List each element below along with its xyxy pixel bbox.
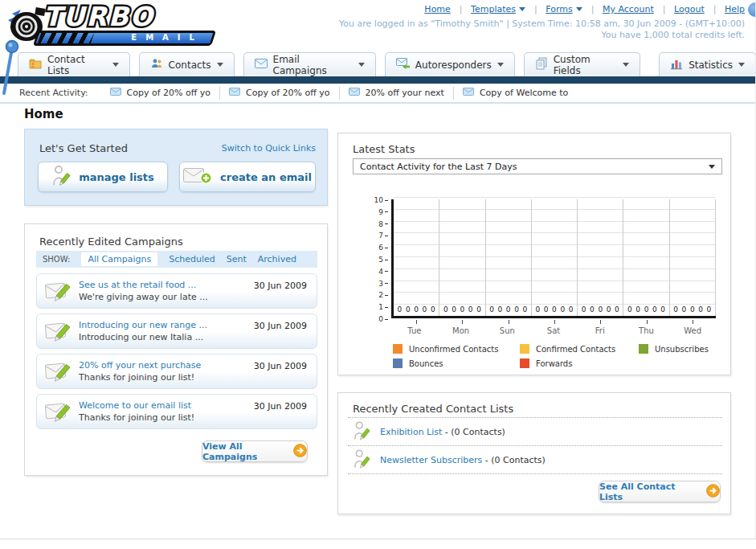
contact-list-count: - (0 Contacts) — [445, 427, 505, 437]
y-tick-label: 3 — [378, 280, 388, 288]
campaign-list-item: Welcome to our email listThanks for join… — [36, 394, 317, 429]
arrow-circle-icon — [293, 444, 307, 460]
envelope-icon — [463, 88, 474, 98]
filter-all-campaigns[interactable]: All Campaigns — [81, 252, 157, 266]
nav-home[interactable]: Home — [424, 4, 468, 14]
legend-label: Bounces — [409, 359, 443, 368]
campaign-date: 30 Jun 2009 — [254, 361, 307, 371]
campaign-title-link[interactable]: Welcome to our email list — [79, 399, 194, 412]
tab-email-campaigns[interactable]: Email Campaigns — [243, 52, 376, 76]
see-all-contact-lists-button[interactable]: See All Contact Lists — [599, 481, 721, 502]
chart-day-group: 00000 — [439, 199, 485, 316]
contact-list-item: Exhibition List - (0 Contacts) — [353, 420, 505, 444]
person-pencil-icon — [51, 165, 71, 189]
bar-value-label: 0 — [660, 305, 665, 313]
envelope-arrow-icon — [396, 58, 410, 72]
bar-value-label: 0 — [569, 305, 574, 313]
switch-quick-links-link[interactable]: Switch to Quick Links — [222, 143, 316, 154]
y-tick-label: 10 — [374, 196, 388, 204]
contact-list-link[interactable]: Newsletter Subscribers — [380, 455, 482, 465]
arrow-circle-icon — [706, 484, 720, 500]
bar-value-label: 0 — [423, 305, 427, 313]
y-tick-label: 4 — [378, 268, 388, 276]
person-pencil-icon — [353, 420, 370, 444]
chart-day-group: 00000 — [670, 199, 716, 316]
recent-activity-item[interactable]: Copy of 20% off yo — [220, 87, 340, 100]
create-email-label: create an email — [220, 171, 312, 183]
latest-stats-panel: Latest Stats Contact Activity for the La… — [337, 133, 731, 375]
envelope-icon — [349, 88, 360, 98]
nav-forms[interactable]: Forms — [546, 4, 599, 14]
create-email-button[interactable]: create an email — [179, 162, 316, 192]
campaign-subtitle: We're giving away our late ... — [79, 291, 208, 303]
tab-label: Contact Lists — [47, 54, 107, 76]
tab-custom-fields[interactable]: Custom Fields — [524, 52, 640, 76]
contact-list-item: Newsletter Subscribers - (0 Contacts) — [353, 448, 546, 472]
latest-stats-title: Latest Stats — [353, 143, 415, 155]
nav-help[interactable]: Help — [725, 4, 745, 14]
bar-value-label: 0 — [514, 305, 519, 313]
get-started-title: Let's Get Started — [39, 142, 128, 154]
x-axis-label: Mon — [438, 326, 484, 335]
envelope-pencil-icon — [45, 281, 72, 306]
bar-chart-icon — [670, 57, 683, 72]
nav-templates[interactable]: Templates — [471, 4, 543, 14]
y-tick-label: 5 — [378, 256, 388, 264]
tab-label: Statistics — [689, 59, 733, 71]
legend-label: Forwards — [536, 359, 572, 368]
tab-contacts[interactable]: Contacts — [139, 52, 235, 76]
tab-contact-lists[interactable]: Contact Lists — [18, 52, 130, 76]
bar-value-label: 0 — [615, 305, 619, 313]
bar-value-label: 0 — [627, 305, 632, 313]
recent-activity-item[interactable]: Copy of Welcome to — [454, 87, 577, 100]
manage-lists-button[interactable]: manage lists — [38, 162, 168, 192]
campaigns-title: Recently Edited Campaigns — [39, 236, 183, 248]
envelope-icon — [255, 59, 268, 71]
envelope-pencil-icon — [45, 401, 72, 427]
recently-edited-campaigns-panel: Recently Edited Campaigns SHOW: All Camp… — [24, 223, 328, 476]
chevron-down-icon — [519, 7, 525, 11]
legend-swatch — [639, 344, 648, 354]
recent-activity-bar: Recent Activity: Copy of 20% off yo Copy… — [0, 84, 756, 104]
view-all-campaigns-label: View All Campaigns — [202, 441, 286, 462]
filter-scheduled[interactable]: Scheduled — [169, 254, 215, 264]
campaign-title-link[interactable]: Introducing our new range ... — [79, 319, 207, 331]
campaign-title-link[interactable]: 20% off your next purchase — [79, 359, 201, 371]
login-info: You are logged in as "Timothy Smith" | S… — [339, 18, 745, 29]
activity-item-label: Copy of Welcome to — [480, 88, 568, 98]
campaign-date: 30 Jun 2009 — [254, 281, 307, 291]
tab-statistics[interactable]: Statistics — [659, 52, 756, 76]
filter-sent[interactable]: Sent — [227, 254, 247, 264]
tab-label: Contacts — [169, 59, 211, 71]
nav-logout[interactable]: Logout — [674, 4, 721, 14]
logo-email-bar: EMAIL — [33, 31, 216, 46]
envelope-icon — [110, 88, 121, 98]
activity-item-label: Copy of 20% off yo — [246, 88, 330, 98]
recently-created-contact-lists-panel: Recently Created Contact Lists Exhibitio… — [337, 392, 731, 514]
recent-activity-item[interactable]: Copy of 20% off yo — [101, 87, 221, 100]
bar-value-label: 0 — [506, 305, 511, 313]
tab-autoresponders[interactable]: Autoresponders — [385, 52, 515, 76]
manage-lists-label: manage lists — [79, 171, 154, 183]
bar-value-label: 0 — [414, 305, 419, 313]
bar-value-label: 0 — [635, 305, 640, 313]
stats-period-select[interactable]: Contact Activity for the Last 7 Days — [353, 158, 722, 174]
bar-value-label: 0 — [607, 305, 611, 313]
legend-label: Confirmed Contacts — [536, 345, 615, 354]
tab-label: Email Campaigns — [273, 54, 353, 76]
x-axis-label: Wed — [669, 326, 716, 335]
campaign-title-link[interactable]: See us at the retail food ... — [79, 279, 208, 291]
chevron-down-icon — [738, 63, 745, 67]
chart-legend: Unconfirmed ContactsConfirmed ContactsUn… — [393, 344, 709, 368]
documents-icon — [535, 57, 548, 72]
contact-list-link[interactable]: Exhibition List — [380, 427, 442, 437]
campaign-subtitle: Thanks for joining our list! — [79, 371, 201, 383]
contacts-people-icon — [150, 57, 163, 72]
y-tick-label: 7 — [378, 231, 388, 240]
filter-archived[interactable]: Archived — [258, 254, 296, 264]
recent-activity-item[interactable]: 20% off your next — [340, 87, 454, 100]
view-all-campaigns-button[interactable]: View All Campaigns — [202, 440, 308, 462]
divider — [348, 473, 722, 474]
y-tick-label: 6 — [378, 244, 388, 252]
nav-my-account[interactable]: My Account — [603, 4, 672, 14]
